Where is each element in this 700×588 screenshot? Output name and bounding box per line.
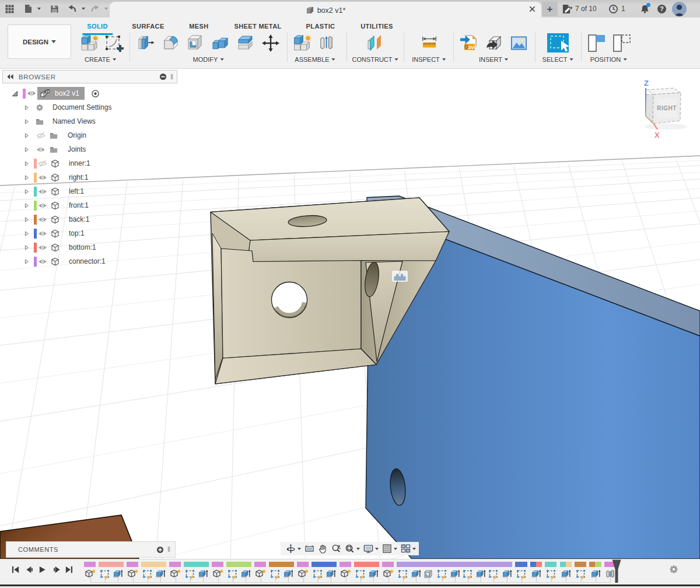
ribbon-tab-mesh[interactable]: MESH <box>184 21 213 33</box>
browser-row-front-1[interactable]: front:1 <box>0 199 181 212</box>
timeline-group-bar[interactable] <box>545 562 556 567</box>
browser-resize-grip[interactable]: ‖ <box>170 73 173 81</box>
viewcube-face-label[interactable]: RIGHT <box>657 105 677 111</box>
nav-pan[interactable] <box>318 544 328 554</box>
playback-play[interactable] <box>37 565 47 574</box>
tool-construct-plane[interactable] <box>365 34 385 52</box>
timeline-settings-gear-icon[interactable] <box>668 564 679 575</box>
nav-caret[interactable] <box>356 548 360 550</box>
tool-shell[interactable] <box>186 34 205 52</box>
browser-row-document-settings[interactable]: Document Settings <box>0 101 181 114</box>
timeline-group-bar[interactable] <box>99 562 123 567</box>
group-label-create[interactable]: CREATE <box>85 56 116 63</box>
redo-caret[interactable] <box>102 0 108 18</box>
comments-expand-icon[interactable] <box>156 546 164 554</box>
timeline-group-bar[interactable] <box>254 562 266 567</box>
timeline-group-bar[interactable] <box>297 562 309 567</box>
timeline-group-bar[interactable] <box>212 562 223 567</box>
browser-row-right-1[interactable]: right:1 <box>0 171 181 184</box>
group-label-position[interactable]: POSITION <box>590 56 627 63</box>
tool-select-tool[interactable] <box>547 33 570 54</box>
playback-go-to-start[interactable] <box>10 565 20 574</box>
app-launcher-icon[interactable] <box>5 0 14 18</box>
timeline-group-bar[interactable] <box>127 562 138 567</box>
new-tab-button[interactable]: + <box>542 2 558 16</box>
tool-insert-image[interactable] <box>510 34 528 52</box>
browser-row-left-1[interactable]: left:1 <box>0 185 181 198</box>
bell-icon[interactable] <box>639 0 650 18</box>
nav-caret[interactable] <box>394 548 397 550</box>
timeline-group-bar[interactable] <box>141 562 166 567</box>
group-label-construct[interactable]: CONSTRUCT <box>352 56 398 63</box>
browser-row-joints[interactable]: Joints <box>0 143 181 156</box>
tool-joint[interactable] <box>317 34 335 52</box>
group-label-inspect[interactable]: INSPECT <box>412 56 446 63</box>
nav-caret[interactable] <box>412 548 416 550</box>
tool-fillet[interactable] <box>162 34 180 52</box>
browser-row-top-1[interactable]: top:1 <box>0 227 181 240</box>
tool-measure[interactable] <box>421 34 438 52</box>
ribbon-tab-solid[interactable]: SOLID <box>82 21 113 35</box>
group-label-modify[interactable]: MODIFY <box>193 56 224 63</box>
file-menu-caret[interactable] <box>35 0 41 18</box>
nav-fit[interactable] <box>345 544 360 554</box>
joint-origin-glyph[interactable] <box>392 271 408 282</box>
clock-icon[interactable] <box>608 0 618 18</box>
timeline-group-bar[interactable] <box>340 562 351 567</box>
timeline-position-marker[interactable] <box>612 559 621 583</box>
timeline-group-bar[interactable] <box>312 562 336 567</box>
comments-resize-grip[interactable]: ‖ <box>167 545 170 554</box>
timeline-group-bar[interactable] <box>397 562 512 567</box>
timeline-group-bar[interactable] <box>575 562 586 567</box>
playback-go-to-end[interactable] <box>64 565 74 574</box>
document-tab[interactable]: box2 v1* <box>110 2 541 18</box>
nav-orbit[interactable] <box>286 544 301 554</box>
group-label-assemble[interactable]: ASSEMBLE <box>295 56 335 63</box>
nav-zoom[interactable] <box>331 544 341 554</box>
nav-display-settings[interactable] <box>363 544 379 554</box>
browser-row-inner-1[interactable]: inner:1 <box>0 157 181 170</box>
browser-collapse-all-icon[interactable] <box>159 73 167 80</box>
nav-look-at[interactable] <box>304 544 314 554</box>
tool-split-body[interactable] <box>236 34 255 52</box>
tool-capture-position[interactable] <box>587 34 607 52</box>
browser-row-back-1[interactable]: back:1 <box>0 213 181 226</box>
file-menu-icon[interactable] <box>23 0 33 18</box>
tool-revert-position[interactable] <box>612 34 632 52</box>
browser-panel-header[interactable]: BROWSER ‖ <box>2 70 177 83</box>
browser-row-box2-v1[interactable]: box2 v1 <box>0 87 181 100</box>
tool-create-sketch[interactable] <box>104 34 124 52</box>
redo-button[interactable] <box>90 0 100 18</box>
group-label-select[interactable]: SELECT <box>542 56 573 63</box>
group-label-insert[interactable]: INSERT <box>479 56 508 63</box>
tool-combine[interactable] <box>211 34 229 52</box>
tool-new-component[interactable] <box>80 34 100 52</box>
ribbon-tab-sheet-metal[interactable]: SHEET METAL <box>229 21 286 33</box>
collapse-panel-icon[interactable] <box>6 74 14 80</box>
nav-caret[interactable] <box>375 548 379 550</box>
save-button[interactable] <box>50 0 59 18</box>
nav-viewports[interactable] <box>401 544 416 554</box>
tool-insert-derive[interactable] <box>485 34 503 52</box>
ribbon-tab-plastic[interactable]: PLASTIC <box>302 21 340 33</box>
tool-insert-svg[interactable] <box>460 34 480 52</box>
browser-row-connector-1[interactable]: connector:1 <box>0 255 181 268</box>
browser-row-bottom-1[interactable]: bottom:1 <box>0 241 181 254</box>
viewport-3d[interactable]: RIGHT Z X <box>0 69 700 559</box>
help-icon[interactable] <box>656 0 667 18</box>
browser-row-origin[interactable]: Origin <box>0 129 181 142</box>
undo-button[interactable] <box>67 0 77 18</box>
undo-caret[interactable] <box>79 0 85 18</box>
timeline-group-bar[interactable] <box>226 562 251 567</box>
ribbon-tab-surface[interactable]: SURFACE <box>127 21 169 33</box>
timeline-group-bar[interactable] <box>530 562 542 567</box>
playback-step-back[interactable] <box>24 565 34 574</box>
timeline-group-bar[interactable] <box>184 562 208 567</box>
timeline-group-bar[interactable] <box>84 562 96 567</box>
timeline-group-bar[interactable] <box>382 562 394 567</box>
nav-caret[interactable] <box>298 548 301 550</box>
timeline-group-bar[interactable] <box>589 562 601 567</box>
comments-panel[interactable]: COMMENTS ‖ <box>6 541 176 558</box>
playback-step-forward[interactable] <box>52 565 61 574</box>
tool-new-component[interactable] <box>292 34 313 52</box>
